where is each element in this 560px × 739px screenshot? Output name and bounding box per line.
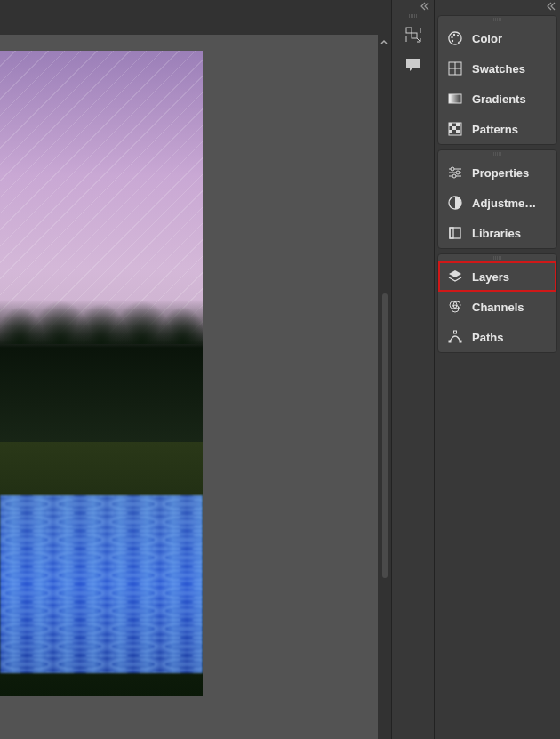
panel-tab-layers[interactable]: Layers bbox=[438, 261, 556, 292]
panel-tab-swatches[interactable]: Swatches bbox=[438, 53, 556, 84]
svg-rect-9 bbox=[449, 94, 461, 103]
patterns-icon bbox=[447, 121, 463, 137]
collapse-caret-icon[interactable] bbox=[379, 37, 389, 48]
panel-grip[interactable] bbox=[438, 16, 556, 23]
libraries-icon bbox=[447, 225, 463, 241]
svg-point-3 bbox=[453, 34, 455, 36]
svg-point-5 bbox=[452, 40, 453, 42]
gradients-icon bbox=[447, 91, 463, 107]
panel-tab-adjustments[interactable]: Adjustme… bbox=[438, 188, 556, 218]
panel-tab-libraries[interactable]: Libraries bbox=[438, 218, 556, 248]
panel-collapse-header[interactable] bbox=[435, 0, 560, 12]
panel-label: Properties bbox=[472, 166, 529, 180]
panel-label: Libraries bbox=[472, 227, 521, 240]
panel-label: Swatches bbox=[472, 62, 525, 76]
panel-tab-properties[interactable]: Properties bbox=[438, 157, 556, 188]
dock-column bbox=[391, 0, 434, 739]
panel-tab-paths[interactable]: Paths bbox=[438, 322, 556, 352]
channels-icon bbox=[447, 299, 463, 315]
panel-group-properties: Properties Adjustme… Libraries bbox=[437, 149, 557, 249]
svg-rect-29 bbox=[460, 341, 462, 343]
svg-rect-15 bbox=[456, 130, 460, 133]
panel-group-color: Color Swatches Gradients Patterns bbox=[437, 15, 557, 145]
svg-rect-13 bbox=[452, 126, 456, 130]
panel-grip[interactable] bbox=[438, 254, 556, 261]
comments-panel-button[interactable] bbox=[392, 50, 435, 80]
panel-tab-patterns[interactable]: Patterns bbox=[438, 114, 556, 144]
history-icon bbox=[404, 26, 422, 44]
svg-point-17 bbox=[451, 167, 454, 171]
svg-rect-30 bbox=[454, 331, 457, 333]
panel-column: Color Swatches Gradients Patterns bbox=[434, 0, 560, 739]
panel-grip[interactable] bbox=[392, 12, 434, 20]
panel-label: Color bbox=[472, 32, 502, 45]
paths-icon bbox=[447, 329, 463, 345]
dock-collapse-header[interactable] bbox=[392, 0, 434, 12]
svg-rect-1 bbox=[412, 33, 417, 38]
layers-icon bbox=[447, 269, 463, 285]
panel-label: Paths bbox=[472, 331, 503, 344]
collapse-chevron-icon bbox=[546, 2, 556, 11]
svg-rect-11 bbox=[449, 123, 452, 126]
comment-icon bbox=[404, 56, 422, 74]
panel-label: Layers bbox=[472, 270, 509, 284]
adjustments-icon bbox=[447, 195, 463, 211]
svg-point-21 bbox=[452, 174, 456, 178]
svg-point-2 bbox=[451, 36, 452, 38]
history-panel-button[interactable] bbox=[392, 20, 435, 50]
swatches-icon bbox=[447, 60, 463, 76]
svg-rect-14 bbox=[449, 130, 452, 133]
panel-tab-channels[interactable]: Channels bbox=[438, 292, 556, 322]
canvas-area bbox=[0, 0, 391, 739]
panel-tab-color[interactable]: Color bbox=[438, 23, 556, 53]
svg-rect-24 bbox=[450, 228, 453, 238]
svg-point-19 bbox=[456, 171, 460, 174]
svg-rect-28 bbox=[449, 341, 452, 343]
panel-group-layers: Layers Channels Paths bbox=[437, 253, 557, 353]
panel-label: Patterns bbox=[472, 123, 518, 136]
panel-tab-gradients[interactable]: Gradients bbox=[438, 84, 556, 114]
collapse-chevron-icon bbox=[420, 2, 430, 11]
properties-icon bbox=[447, 165, 463, 181]
panel-grip[interactable] bbox=[438, 150, 556, 157]
svg-rect-12 bbox=[456, 123, 460, 126]
vertical-scrollbar[interactable] bbox=[382, 293, 388, 578]
svg-point-4 bbox=[457, 35, 459, 36]
panel-label: Gradients bbox=[472, 92, 526, 106]
panel-label: Adjustme… bbox=[472, 197, 536, 210]
svg-rect-0 bbox=[406, 28, 412, 33]
document-image[interactable] bbox=[0, 51, 203, 696]
color-icon bbox=[447, 30, 463, 46]
panel-label: Channels bbox=[472, 301, 524, 314]
svg-rect-23 bbox=[450, 228, 460, 238]
